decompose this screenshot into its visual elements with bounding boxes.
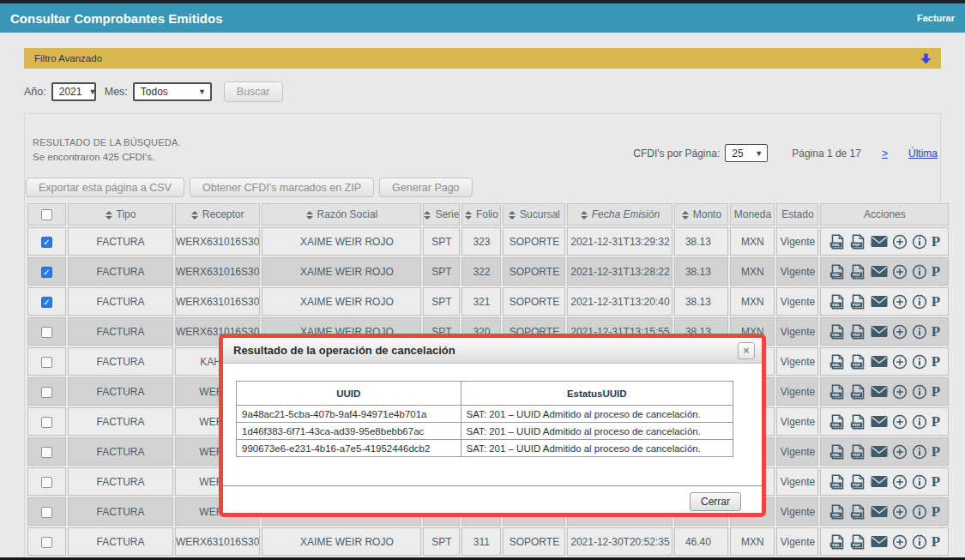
- add-circle-icon[interactable]: [892, 474, 908, 490]
- email-envelope-icon[interactable]: [871, 415, 888, 428]
- row-checkbox[interactable]: [41, 357, 52, 368]
- xml-document-icon[interactable]: XML: [829, 384, 846, 400]
- info-circle-icon[interactable]: [912, 354, 927, 370]
- xml-document-icon[interactable]: XML: [829, 474, 846, 490]
- download-zip-button[interactable]: Obtener CFDI's marcados en ZIP: [190, 178, 374, 197]
- xml-document-icon[interactable]: XML: [829, 414, 846, 430]
- row-checkbox[interactable]: ✓: [41, 297, 52, 308]
- pdf-document-icon[interactable]: PDF: [850, 414, 866, 430]
- email-envelope-icon[interactable]: [871, 355, 888, 368]
- add-circle-icon[interactable]: [892, 294, 908, 310]
- xml-document-icon[interactable]: XML: [829, 534, 846, 550]
- info-circle-icon[interactable]: [912, 294, 927, 310]
- pdf-document-icon[interactable]: PDF: [850, 444, 866, 460]
- info-circle-icon[interactable]: [912, 534, 927, 550]
- export-csv-button[interactable]: Exportar esta página a CSV: [26, 178, 184, 197]
- add-circle-icon[interactable]: [892, 504, 908, 520]
- pdf-document-icon[interactable]: PDF: [850, 324, 866, 340]
- row-checkbox[interactable]: ✓: [41, 237, 52, 248]
- column-header-receptor[interactable]: Receptor: [175, 203, 260, 226]
- add-circle-icon[interactable]: [892, 354, 908, 370]
- pdf-document-icon[interactable]: PDF: [850, 354, 866, 370]
- buscar-button[interactable]: Buscar: [224, 81, 283, 102]
- column-header-folio[interactable]: Folio: [461, 203, 501, 226]
- collapse-down-arrow-icon[interactable]: [920, 52, 932, 65]
- facturar-link[interactable]: Facturar: [917, 13, 955, 23]
- info-circle-icon[interactable]: [912, 234, 927, 250]
- row-checkbox[interactable]: [41, 387, 52, 398]
- row-checkbox[interactable]: ✓: [41, 267, 52, 278]
- info-circle-icon[interactable]: [912, 414, 927, 430]
- pago-p-icon[interactable]: P: [932, 293, 940, 310]
- column-header-sucursal[interactable]: Sucursal: [503, 203, 565, 226]
- add-circle-icon[interactable]: [892, 414, 908, 430]
- xml-document-icon[interactable]: XML: [829, 504, 846, 520]
- email-envelope-icon[interactable]: [871, 385, 888, 398]
- xml-document-icon[interactable]: XML: [829, 294, 846, 310]
- info-circle-icon[interactable]: [912, 324, 927, 340]
- next-page-link[interactable]: >: [882, 148, 888, 160]
- xml-document-icon[interactable]: XML: [829, 264, 846, 280]
- year-select[interactable]: 2021 ▼: [51, 82, 96, 101]
- pago-p-icon[interactable]: P: [932, 323, 940, 340]
- select-all-checkbox[interactable]: [41, 209, 52, 220]
- pago-p-icon[interactable]: P: [932, 383, 940, 400]
- xml-document-icon[interactable]: XML: [829, 444, 846, 460]
- email-envelope-icon[interactable]: [871, 505, 888, 518]
- info-circle-icon[interactable]: [912, 264, 927, 280]
- advanced-filter-bar[interactable]: Filtro Avanzado: [24, 48, 941, 69]
- info-circle-icon[interactable]: [912, 504, 927, 520]
- add-circle-icon[interactable]: [892, 384, 908, 400]
- column-header-fecha-emisi-n[interactable]: Fecha Emisión: [567, 203, 672, 226]
- pdf-document-icon[interactable]: PDF: [850, 384, 866, 400]
- select-all-checkbox-header[interactable]: [27, 203, 66, 226]
- email-envelope-icon[interactable]: [871, 475, 888, 488]
- row-checkbox[interactable]: [41, 447, 52, 458]
- row-checkbox[interactable]: [41, 477, 52, 488]
- row-checkbox[interactable]: [41, 507, 52, 518]
- add-circle-icon[interactable]: [892, 324, 908, 340]
- info-circle-icon[interactable]: [912, 474, 927, 490]
- xml-document-icon[interactable]: XML: [829, 324, 846, 340]
- month-select[interactable]: Todos ▼: [133, 82, 212, 101]
- last-page-link[interactable]: Última: [908, 148, 938, 160]
- per-page-select[interactable]: 25 ▼: [725, 144, 768, 162]
- pago-p-icon[interactable]: P: [932, 473, 940, 491]
- column-header-tipo[interactable]: Tipo: [68, 203, 173, 226]
- pago-p-icon[interactable]: P: [932, 503, 940, 521]
- pago-p-icon[interactable]: P: [932, 263, 940, 280]
- pdf-document-icon[interactable]: PDF: [850, 504, 866, 520]
- pago-p-icon[interactable]: P: [932, 443, 940, 461]
- info-circle-icon[interactable]: [912, 444, 927, 460]
- email-envelope-icon[interactable]: [871, 235, 888, 248]
- xml-document-icon[interactable]: XML: [829, 234, 846, 250]
- add-circle-icon[interactable]: [892, 534, 908, 550]
- email-envelope-icon[interactable]: [871, 535, 888, 548]
- row-checkbox[interactable]: [41, 417, 52, 428]
- pdf-document-icon[interactable]: PDF: [850, 294, 866, 310]
- add-circle-icon[interactable]: [892, 444, 908, 460]
- pago-p-icon[interactable]: P: [932, 353, 940, 370]
- email-envelope-icon[interactable]: [871, 295, 888, 308]
- row-checkbox[interactable]: [41, 537, 52, 548]
- pago-p-icon[interactable]: P: [932, 413, 940, 431]
- email-envelope-icon[interactable]: [871, 445, 888, 458]
- pago-p-icon[interactable]: P: [932, 233, 940, 250]
- row-checkbox[interactable]: [41, 327, 52, 338]
- column-header-raz-n-social[interactable]: Razón Social: [262, 203, 421, 226]
- email-envelope-icon[interactable]: [871, 265, 888, 278]
- add-circle-icon[interactable]: [892, 264, 908, 280]
- pdf-document-icon[interactable]: PDF: [850, 534, 866, 550]
- pago-p-icon[interactable]: P: [932, 533, 940, 551]
- pdf-document-icon[interactable]: PDF: [850, 474, 866, 490]
- generar-pago-button[interactable]: Generar Pago: [379, 178, 473, 197]
- column-header-monto[interactable]: Monto: [674, 203, 728, 226]
- modal-close-icon[interactable]: ×: [738, 342, 755, 359]
- add-circle-icon[interactable]: [892, 234, 908, 250]
- cerrar-button[interactable]: Cerrar: [690, 492, 741, 511]
- email-envelope-icon[interactable]: [871, 325, 888, 338]
- info-circle-icon[interactable]: [912, 384, 927, 400]
- column-header-serie[interactable]: Serie: [423, 203, 460, 226]
- xml-document-icon[interactable]: XML: [829, 354, 846, 370]
- pdf-document-icon[interactable]: PDF: [850, 234, 866, 250]
